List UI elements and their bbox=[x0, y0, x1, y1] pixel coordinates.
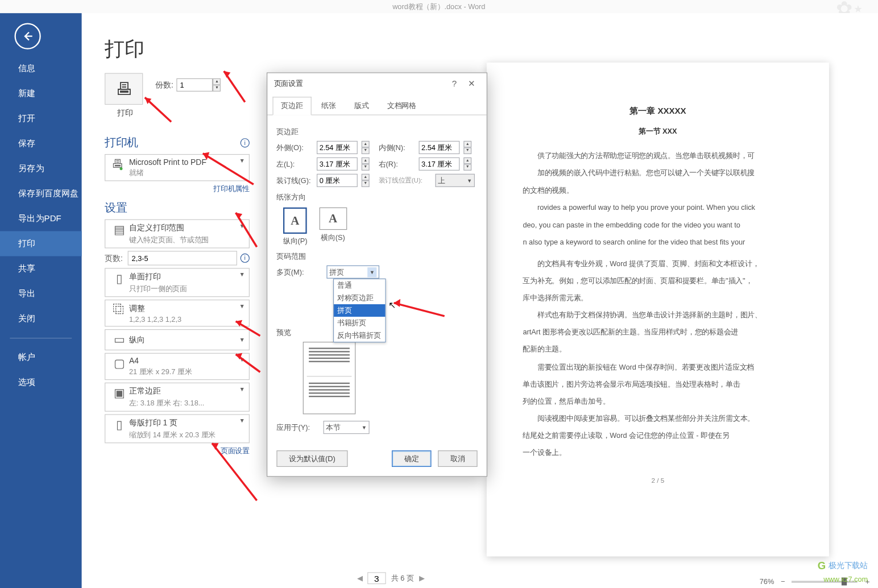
separator bbox=[10, 338, 72, 338]
multi-page-dropdown[interactable]: 普通 对称页边距 拼页 书籍折页 反向书籍折页 bbox=[333, 279, 386, 342]
sidebar-item-info[interactable]: 信息 bbox=[0, 56, 82, 81]
printer-status-icon: 🖶● bbox=[109, 158, 129, 171]
next-page-button[interactable]: ▶ bbox=[419, 574, 424, 582]
sidebar-item-exportpdf[interactable]: 导出为PDF bbox=[0, 206, 82, 231]
dd-option-reversebook[interactable]: 反向书籍折页 bbox=[334, 329, 385, 342]
margin-preview bbox=[303, 342, 356, 414]
right-margin-input[interactable] bbox=[419, 158, 459, 171]
margins-dropdown[interactable]: ▣ 正常边距 左: 3.18 厘米 右: 3.18... ▼ bbox=[105, 383, 250, 412]
copies-input[interactable] bbox=[177, 78, 213, 92]
sidebar-item-baidu[interactable]: 保存到百度网盘 bbox=[0, 181, 82, 206]
pages-input[interactable] bbox=[128, 251, 237, 265]
page-number: 2 / 5 bbox=[523, 474, 793, 487]
tab-paper[interactable]: 纸张 bbox=[313, 97, 345, 114]
help-button[interactable]: ? bbox=[446, 78, 463, 88]
doc-chapter: 第一章 XXXXX bbox=[523, 102, 793, 120]
set-default-button[interactable]: 设为默认值(D) bbox=[276, 450, 347, 467]
paper-icon: ▢ bbox=[109, 356, 129, 370]
sides-dropdown[interactable]: ▯ 单面打印 只打印一侧的页面 ▼ bbox=[105, 268, 250, 297]
sidebar-item-saveas[interactable]: 另存为 bbox=[0, 156, 82, 181]
back-button[interactable] bbox=[14, 23, 40, 49]
zoom-out-button[interactable]: − bbox=[781, 578, 785, 586]
sheet-icon: ▯ bbox=[109, 417, 129, 432]
margins-icon: ▣ bbox=[109, 386, 129, 400]
logo-icon: G bbox=[818, 560, 826, 572]
tab-grid[interactable]: 文档网格 bbox=[379, 97, 425, 114]
printer-dropdown[interactable]: 🖶● Microsoft Print to PDF 就绪 ▼ bbox=[105, 154, 250, 181]
pages-label: 页数: bbox=[105, 252, 128, 264]
ok-button[interactable]: 确定 bbox=[392, 450, 431, 467]
printer-icon: 🖶 bbox=[105, 73, 143, 105]
dd-option-normal[interactable]: 普通 bbox=[334, 279, 385, 292]
copies-label: 份数: bbox=[155, 80, 173, 91]
group-pagerange: 页码范围 bbox=[276, 251, 477, 261]
multi-page-select[interactable]: 拼页▼ bbox=[326, 266, 379, 279]
group-orientation: 纸张方向 bbox=[276, 192, 477, 202]
printer-properties-link[interactable]: 打印机属性 bbox=[105, 184, 250, 193]
sidebar-item-export[interactable]: 导出 bbox=[0, 281, 82, 306]
print-button[interactable]: 🖶 打印 bbox=[105, 73, 146, 119]
group-margins: 页边距 bbox=[276, 127, 477, 136]
portrait-icon: ▭ bbox=[109, 333, 129, 347]
dd-option-2up[interactable]: 拼页 bbox=[334, 304, 385, 317]
cursor-icon: ↖ bbox=[388, 300, 396, 310]
sidebar-item-open[interactable]: 打开 bbox=[0, 106, 82, 131]
collate-dropdown[interactable]: ⿻ 调整 1,2,3 1,2,3 1,2,3 ▼ bbox=[105, 300, 250, 326]
sidebar-item-print[interactable]: 打印 bbox=[0, 231, 82, 256]
sidebar-item-close[interactable]: 关闭 bbox=[0, 306, 82, 331]
info-icon[interactable]: i bbox=[241, 138, 250, 147]
watermark: G 极光下载站 bbox=[818, 560, 868, 572]
tab-margins[interactable]: 页边距 bbox=[272, 97, 311, 115]
pages-per-sheet-dropdown[interactable]: ▯ 每版打印 1 页 缩放到 14 厘米 x 20.3 厘米 ▼ bbox=[105, 414, 250, 443]
gutter-pos-select: 上▼ bbox=[435, 174, 474, 187]
settings-heading: 设置 bbox=[105, 200, 127, 216]
print-range-dropdown[interactable]: ▤ 自定义打印范围 键入特定页面、节或范围 ▼ bbox=[105, 220, 250, 249]
page-total: 共 6 页 bbox=[391, 573, 414, 583]
prev-page-button[interactable]: ◀ bbox=[357, 574, 362, 582]
gutter-input[interactable] bbox=[317, 174, 358, 187]
portrait-option[interactable]: A 纵向(P) bbox=[283, 208, 307, 246]
collate-icon: ⿻ bbox=[109, 303, 129, 317]
dialog-title: 页面设置 bbox=[274, 78, 303, 88]
page-icon: ▯ bbox=[109, 271, 129, 285]
info-icon[interactable]: i bbox=[241, 254, 250, 263]
watermark-url: www.xz7.com bbox=[823, 575, 868, 583]
copies-spinner[interactable]: ▲▼ bbox=[213, 78, 221, 92]
sidebar-item-save[interactable]: 保存 bbox=[0, 131, 82, 156]
sidebar-item-new[interactable]: 新建 bbox=[0, 81, 82, 106]
page-input[interactable] bbox=[367, 572, 386, 584]
title-bar: word教程（新）.docx - Word ✿⋆ bbox=[0, 0, 878, 13]
orientation-dropdown[interactable]: ▭ 纵向 ▼ bbox=[105, 329, 250, 350]
zoom-value: 76% bbox=[760, 578, 775, 586]
backstage-sidebar: 信息 新建 打开 保存 另存为 保存到百度网盘 导出为PDF 打印 共享 导出 … bbox=[0, 13, 82, 588]
page-navigator: ◀ 共 6 页 ▶ bbox=[357, 572, 424, 584]
page-setup-dialog: 页面设置 ? ✕ 页边距 纸张 版式 文档网格 页边距 外侧(O): ▲▼ 内侧… bbox=[267, 72, 487, 477]
apply-to-select[interactable]: 本节▼ bbox=[324, 421, 370, 434]
sidebar-item-options[interactable]: 选项 bbox=[0, 370, 82, 395]
page-setup-link[interactable]: 页面设置 bbox=[105, 446, 250, 456]
landscape-option[interactable]: A 横向(S) bbox=[319, 208, 347, 246]
dd-option-mirror[interactable]: 对称页边距 bbox=[334, 292, 385, 304]
paper-size-dropdown[interactable]: ▢ A4 21 厘米 x 29.7 厘米 ▼ bbox=[105, 353, 250, 380]
pages-icon: ▤ bbox=[109, 222, 129, 237]
doc-title: word教程（新）.docx - Word bbox=[392, 2, 485, 11]
cancel-button[interactable]: 取消 bbox=[438, 450, 477, 467]
left-margin-input[interactable] bbox=[317, 158, 358, 171]
chevron-down-icon: ▼ bbox=[239, 158, 245, 164]
sidebar-item-share[interactable]: 共享 bbox=[0, 256, 82, 281]
dd-option-bookfold[interactable]: 书籍折页 bbox=[334, 317, 385, 329]
doc-section: 第一节 XXX bbox=[523, 124, 793, 139]
printer-heading: 打印机 bbox=[105, 135, 138, 150]
print-preview: 第一章 XXXXX 第一节 XXX 供了功能强大的方法帮助您证明您的观点。当您单… bbox=[487, 63, 829, 557]
page-title: 打印 bbox=[105, 36, 877, 63]
tab-layout[interactable]: 版式 bbox=[346, 97, 378, 114]
inner-margin-input[interactable] bbox=[419, 141, 459, 154]
outer-margin-input[interactable] bbox=[317, 141, 358, 154]
close-button[interactable]: ✕ bbox=[463, 78, 480, 88]
sidebar-item-account[interactable]: 帐户 bbox=[0, 345, 82, 370]
